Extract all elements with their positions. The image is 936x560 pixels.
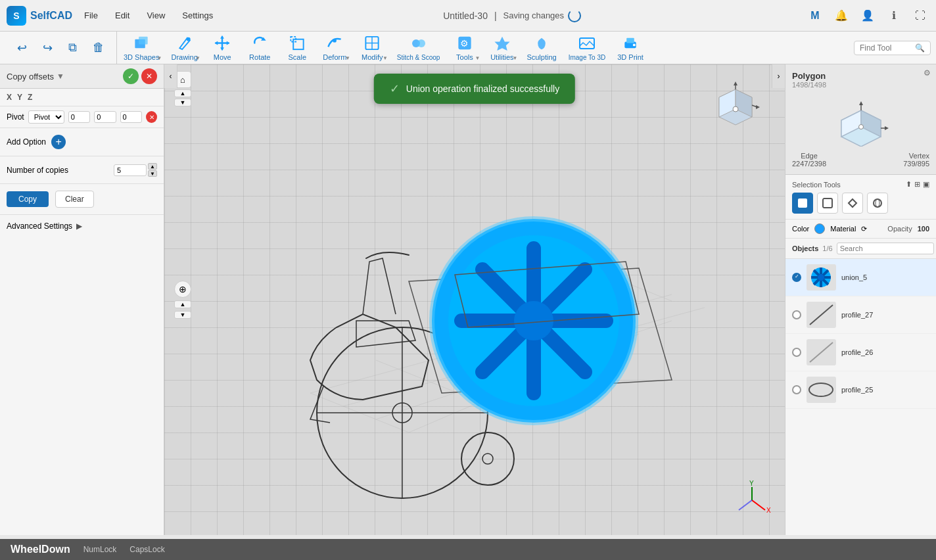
tool-scale[interactable]: Scale <box>279 32 316 64</box>
tool-sculpting[interactable]: Sculpting <box>521 32 561 64</box>
stepper-down[interactable]: ▼ <box>148 170 157 177</box>
svg-marker-66 <box>885 126 889 130</box>
top-right-icons: M 🔔 👤 ℹ ⛶ <box>806 7 929 25</box>
panel-collapse-arrow[interactable]: ▼ <box>57 72 64 81</box>
sel-tool-box[interactable] <box>842 193 863 214</box>
panel-confirm-button[interactable]: ✓ <box>123 68 139 84</box>
tool-move-label: Move <box>214 53 231 61</box>
menu-view[interactable]: View <box>141 8 170 23</box>
object-radio-profile25[interactable] <box>792 385 801 394</box>
objects-search-input[interactable] <box>837 243 934 254</box>
object-radio-profile27[interactable] <box>792 310 801 319</box>
sel-extra-icon-1[interactable]: ⬆ <box>906 180 912 189</box>
menu-settings[interactable]: Settings <box>177 8 218 23</box>
pivot-select[interactable]: Pivot <box>28 110 64 124</box>
menu-icon[interactable]: M <box>806 7 824 25</box>
num-copies-input[interactable]: 5 <box>114 164 147 176</box>
object-radio-profile26[interactable] <box>792 348 801 357</box>
menu-edit[interactable]: Edit <box>110 8 135 23</box>
fullscreen-icon[interactable]: ⛶ <box>911 7 929 25</box>
add-option-button[interactable]: + <box>51 135 66 149</box>
info-icon[interactable]: ℹ <box>885 7 903 25</box>
object-row-profile25[interactable]: profile_25 <box>785 371 936 409</box>
main-layout: Copy offsets ▼ ✓ ✕ X Y Z Pivot Pivot 0 0… <box>0 64 936 535</box>
cube-nav[interactable] <box>706 78 765 139</box>
sel-tool-wireframe[interactable] <box>817 193 838 214</box>
opacity-label: Opacity <box>887 225 912 233</box>
viewport-collapse-left-button[interactable]: ‹ <box>164 64 177 88</box>
tool-stitch[interactable]: Stitch & Scoop <box>392 32 446 64</box>
shape-info-header: Polygon 1498/1498 ⚙ <box>792 71 929 89</box>
menu-file[interactable]: File <box>79 8 103 23</box>
copy-button[interactable]: ⧉ <box>63 32 82 64</box>
object-row-union5[interactable]: union_5 <box>785 259 936 296</box>
utilities-icon <box>493 34 511 52</box>
color-picker-button[interactable] <box>814 223 825 234</box>
panel-title: Copy offsets <box>7 72 54 82</box>
svg-point-15 <box>417 39 425 47</box>
clear-button[interactable]: Clear <box>55 191 94 208</box>
nav-up-button[interactable]: ▲ <box>174 89 191 97</box>
viewport-collapse-right-button[interactable]: › <box>772 64 785 88</box>
tool-3d-print[interactable]: 3D Print <box>612 32 649 64</box>
add-option-label: Add Option <box>7 137 46 147</box>
find-tool-icon[interactable]: 🔍 <box>915 43 925 53</box>
svg-point-59 <box>733 106 738 112</box>
tool-utilities[interactable]: Utilities <box>484 32 520 64</box>
pivot-y-input[interactable]: 0 <box>94 111 116 123</box>
tool-move[interactable]: Move <box>204 32 241 64</box>
pivot-x-input[interactable]: 0 <box>68 111 90 123</box>
user-icon[interactable]: 👤 <box>858 7 877 25</box>
rotate-icon <box>250 34 269 52</box>
sel-extra-icon-2[interactable]: ⊞ <box>914 180 920 189</box>
tool-stitch-label: Stitch & Scoop <box>397 54 440 61</box>
move-icon <box>213 34 231 52</box>
material-icon[interactable]: ⟳ <box>861 225 867 233</box>
svg-rect-1 <box>139 37 148 45</box>
tool-rotate[interactable]: Rotate <box>242 32 278 64</box>
pivot-z-input[interactable]: 0 <box>120 111 142 123</box>
objects-label: Objects <box>792 245 818 252</box>
sel-tool-sphere[interactable] <box>867 193 888 214</box>
panel-cancel-button[interactable]: ✕ <box>141 68 157 84</box>
svg-marker-3 <box>220 35 224 39</box>
tool-deform[interactable]: Deform <box>317 32 353 64</box>
object-row-profile27[interactable]: profile_27 <box>785 296 936 334</box>
stepper-arrows: ▲ ▼ <box>148 163 157 177</box>
undo-button[interactable]: ↩ <box>12 32 32 64</box>
pivot-label: Pivot <box>7 112 24 122</box>
stepper-up[interactable]: ▲ <box>148 163 157 170</box>
logo-icon: S <box>7 6 26 26</box>
tool-image-to-3d[interactable]: Image To 3D <box>563 32 611 64</box>
sel-tool-solid[interactable] <box>792 193 813 214</box>
bell-icon[interactable]: 🔔 <box>832 7 851 25</box>
3d-print-icon <box>621 34 640 52</box>
sel-extra-icon-3[interactable]: ▣ <box>923 180 929 189</box>
object-row-profile26[interactable]: profile_26 <box>785 334 936 371</box>
object-thumbnail-profile26 <box>807 339 836 365</box>
tool-tools-label: Tools <box>456 53 473 61</box>
toolbar: ↩ ↪ ⧉ 🗑 3D Shapes Drawing Move <box>0 32 936 64</box>
viewport[interactable]: ✓ Union operation finalized successfully… <box>164 64 785 535</box>
redo-button[interactable]: ↪ <box>37 32 58 64</box>
copy-button[interactable]: Copy <box>7 191 49 207</box>
nav-down-button[interactable]: ▼ <box>174 99 191 106</box>
tool-modify[interactable]: Modify <box>354 32 390 64</box>
shape-settings-button[interactable]: ⚙ <box>924 68 931 78</box>
tool-3d-shapes[interactable]: 3D Shapes <box>118 32 164 64</box>
delete-button[interactable]: 🗑 <box>87 32 110 64</box>
saving-indicator: Saving changes <box>503 9 582 22</box>
advanced-settings-row[interactable]: Advanced Settings ▶ <box>0 215 164 237</box>
side-nav-down[interactable]: ▼ <box>174 311 191 319</box>
find-tool-input[interactable] <box>860 43 912 53</box>
tool-drawing[interactable]: Drawing <box>166 32 202 64</box>
shape-info-view: Polygon 1498/1498 ⚙ <box>785 64 936 175</box>
side-nav-up[interactable]: ▲ <box>174 300 191 308</box>
orbit-button[interactable]: ⊕ <box>174 281 191 298</box>
object-radio-union5[interactable] <box>792 273 801 282</box>
tool-image-to-3d-label: Image To 3D <box>569 54 606 61</box>
tool-tools[interactable]: ⚙ Tools <box>446 32 482 64</box>
svg-point-78 <box>818 274 824 281</box>
pivot-clear-button[interactable]: ✕ <box>146 111 157 123</box>
panel-header-actions: ✓ ✕ <box>123 68 157 84</box>
